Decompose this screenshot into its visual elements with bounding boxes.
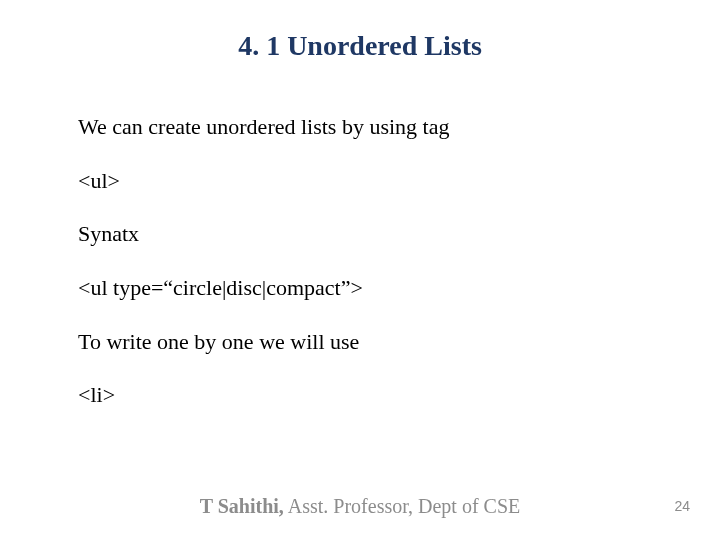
footer-role: Asst. Professor, Dept of CSE [284,495,520,517]
slide-title: 4. 1 Unordered Lists [0,30,720,62]
body-line-4: <ul type=“circle|disc|compact”> [78,273,642,303]
slide-body: We can create unordered lists by using t… [78,112,642,434]
footer-name: T Sahithi, [200,495,284,517]
body-line-2: <ul> [78,166,642,196]
page-number: 24 [674,498,690,514]
slide: 4. 1 Unordered Lists We can create unord… [0,0,720,540]
body-line-6: <li> [78,380,642,410]
body-line-3: Synatx [78,219,642,249]
body-line-1: We can create unordered lists by using t… [78,112,642,142]
footer-credit: T Sahithi, Asst. Professor, Dept of CSE [0,495,720,518]
body-line-5: To write one by one we will use [78,327,642,357]
